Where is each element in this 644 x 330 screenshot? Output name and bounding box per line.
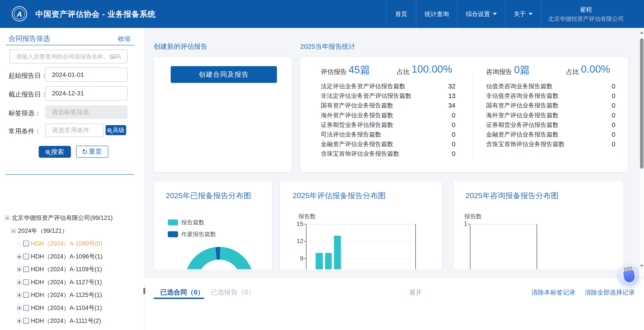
magnifier-icon [107,128,112,132]
create-report-card: 创建合同及报告 [154,56,292,172]
chart-consult-reports: 2025年咨询报备报告分布图 报告数 1 [453,181,624,269]
end-date-input[interactable]: 2024-12-31 [45,86,128,101]
chart1-title: 2025年已报备报告分布图 [166,190,251,201]
stat-row: 含珠宝首饰评估业务报告篇数0 [486,140,564,148]
tree-expand-icon[interactable]: + [17,293,22,297]
filter-title-underline [5,45,134,45]
tree-checkbox[interactable] [23,279,29,285]
stat-row: 非法定评估业务资产评估报告篇数13 [321,92,411,100]
eval-report-count: 45篇 [348,63,370,77]
nav-item-3[interactable]: 综合设置 [457,0,505,28]
expand-link[interactable]: 展开 [409,288,422,297]
condition-input[interactable]: 请选常用条件 [45,124,104,137]
consult-ratio-value: 0.00% [581,63,610,75]
legend-item: 作废报告篇数 [168,230,216,238]
start-date-label: 起始报告日： [8,71,48,80]
refresh-icon [82,150,87,154]
create-contract-report-button[interactable]: 创建合同及报告 [171,66,277,83]
user-name: 翟程 [541,5,631,14]
contract-tree: −北京华德恒资产评估有限公司(99/121)−2024年（99/121）HDH（… [0,174,144,330]
reset-button[interactable]: 重置 [76,146,108,158]
tag-filter-label: 标签筛选： [8,109,41,118]
tree-contract-node[interactable]: HDH（2024）A-1090号(0) [0,239,102,248]
legend-item: 报告篇数 [168,218,204,226]
tree-contract-node[interactable]: +HDH（2024）A-1111号(2) [0,316,101,325]
tree-collapse-icon[interactable]: − [11,229,16,233]
tree-checkbox[interactable] [23,305,29,311]
tree-expand-icon[interactable]: + [17,306,22,310]
tree-contract-node[interactable]: +HDH（2024）A-1096号(1) [0,252,102,261]
search-input[interactable]: 请输入您要查询的合同或报告名称、编码 [10,50,128,63]
tab-selected-reports[interactable]: 已选报告（0） [211,288,255,297]
chart2-y-label: 报告数 [298,212,316,220]
tree-checkbox[interactable] [23,241,29,246]
floating-usb-button[interactable] [619,265,639,286]
tree-contract-node[interactable]: +HDH（2024）A-1129号 (1) [0,329,104,330]
tree-year-node[interactable]: 2024年（99/121） [18,227,68,235]
consult-report-count: 0篇 [514,63,530,77]
tab-selected-contracts[interactable]: 已选合同（0） [160,288,204,297]
tree-contract-node[interactable]: +HDH（2024）A-1109号(1) [0,265,102,274]
search-button[interactable]: 搜索 [39,146,71,158]
collapse-link[interactable]: 收缩 [118,35,130,43]
scroll-down-arrow-icon[interactable] [640,265,644,267]
clear-all-link[interactable]: 清除全部选择记录 [585,288,635,297]
stats-divider [472,72,473,158]
usb-drive-icon [622,266,636,284]
stats-section-title: 2025当年报告统计 [300,42,356,51]
filter-title: 合同报告筛选 [8,34,50,43]
stat-row: 证券期货业务评估报告篇数0 [486,121,558,129]
stat-row: 海外资产评估业务报告篇数0 [321,111,393,119]
chart3-y-label: 报告数 [464,212,482,220]
stat-row: 估值类咨询业务报告篇数0 [486,82,552,90]
eval-report-label: 评估报告 [321,67,347,76]
tree-expand-icon[interactable]: + [17,267,22,271]
app-title: 中国资产评估协会 - 业务报备系统 [35,0,156,28]
nav-item-2[interactable]: 统计查询 [416,0,457,28]
vertical-scrollbar[interactable] [639,28,644,278]
scrollbar-thumb[interactable] [640,38,644,169]
tree-expand-icon[interactable]: + [17,319,22,323]
tree-expand-icon[interactable]: + [17,280,22,284]
tree-contract-node[interactable]: +HDH（2024）A-1127号(1) [0,278,102,287]
consult-ratio-label: 占比 [566,67,579,76]
tree-expand-icon[interactable]: + [17,254,22,259]
tree-company-node[interactable]: 北京华德恒资产评估有限公司(99/121) [12,214,113,222]
advanced-button[interactable]: 高级 [106,125,126,135]
tree-contract-node[interactable]: +HDH（2024）A-1125号(1) [0,291,102,299]
tree-collapse-icon[interactable]: − [5,216,10,220]
chevron-down-icon [493,13,497,15]
stat-row: 金融资产评估业务报告篇数0 [321,140,393,148]
chart2-title: 2025年评估报备报告分布图 [292,190,386,201]
clear-tab-link[interactable]: 清除本标签记录 [532,288,575,297]
tree-contract-node[interactable]: +HDH（2024）A-1104号(1) [0,303,102,312]
tag-filter-input[interactable]: 请选标签筛选 [45,105,128,119]
tree-checkbox[interactable] [23,318,29,324]
stat-row: 司法评估业务报告篇数0 [321,131,381,139]
end-date-label: 截止报告日： [8,90,48,99]
stat-row: 海外资产评估业务报告篇数0 [486,111,558,119]
nav-item-4[interactable]: 关于 [505,0,541,28]
chevron-down-icon [528,13,532,15]
tree-checkbox[interactable] [23,292,29,298]
stat-row: 非估值类咨询业务报告篇数0 [486,92,558,100]
scroll-up-arrow-icon[interactable] [640,31,644,34]
stat-row: 证券期货业务评估报告篇数0 [321,121,393,129]
top-navbar: A 中国资产评估协会 - 业务报备系统 首页统计查询综合设置关于 翟程 北京华德… [0,0,644,28]
start-date-input[interactable]: 2024-01-01 [45,67,128,82]
user-box[interactable]: 翟程 北京华德恒资产评估有限公司 [541,0,631,28]
stats-card: 评估报告 45篇 占比 100.00% 咨询报告 0篇 占比 0.00% 法定评… [300,56,628,172]
nav-item-1[interactable]: 首页 [386,0,416,28]
active-tab-underline [154,298,204,299]
condition-label: 常用条件： [8,127,41,136]
tree-checkbox[interactable] [23,266,29,272]
sidebar-splitter-handle[interactable] [144,288,145,294]
stat-row: 国有资产评估业务报告篇数34 [321,101,393,110]
consult-report-label: 咨询报告 [486,67,512,76]
magnifier-icon [46,150,50,154]
eval-ratio-label: 占比 [397,67,410,76]
stat-row: 法定评估业务资产评估报告篇数32 [321,82,405,90]
tree-checkbox[interactable] [23,254,29,259]
chart-filed-reports: 2025年已报备报告分布图 报告篇数作废报告篇数 [154,181,272,269]
stat-row: 国有资产评估业务报告篇数0 [486,101,558,110]
